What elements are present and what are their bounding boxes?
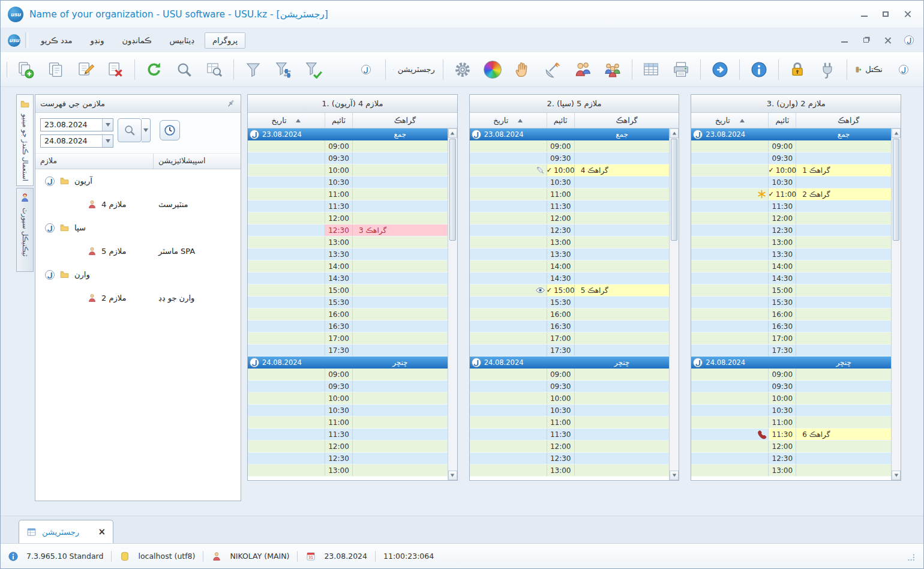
time-slot-row[interactable]: 17:00 [470, 333, 670, 345]
scroll-track[interactable] [892, 138, 901, 471]
employee-row[interactable]: ملازم 5ماسٽر SPA [35, 239, 241, 263]
time-slot-row[interactable]: 15:00 [691, 284, 891, 297]
time-slot-row[interactable]: 11:30 [248, 429, 448, 441]
column-employee[interactable]: ملازم [35, 154, 154, 169]
time-slot-row[interactable]: 16:00 [691, 309, 891, 321]
left-tab-1[interactable]: استعمال ڪندڙ جو مينيو [16, 94, 34, 186]
time-slot-row[interactable]: 17:00 [691, 333, 891, 345]
time-slot-row[interactable]: 09:00 [248, 369, 448, 381]
vertical-scrollbar[interactable] [448, 128, 457, 480]
time-slot-row[interactable]: 13:00 [470, 236, 670, 248]
close-tab-icon[interactable]: × [98, 528, 106, 537]
time-slot-row[interactable]: 16:30 [470, 321, 670, 333]
time-slot-row[interactable]: 09:30 [248, 381, 448, 393]
search-button[interactable] [170, 56, 198, 83]
time-slot-row[interactable]: 12:30 [470, 224, 670, 236]
date-header-row[interactable]: ل23.08.2024جمع [691, 128, 891, 140]
time-slot-row[interactable]: 16:00 [470, 309, 670, 321]
time-slot-row[interactable]: 09:30 [691, 381, 891, 393]
scroll-down-button[interactable] [448, 471, 457, 480]
time-slot-row[interactable]: 12:30 [248, 453, 448, 465]
time-slot-row[interactable]: 10:30 [691, 405, 891, 417]
cancel-circle-button[interactable]: ل [890, 56, 917, 83]
column-date[interactable]: تاريخ [248, 113, 325, 128]
time-slot-row[interactable]: 17:30 [691, 345, 891, 357]
column-date[interactable]: تاريخ [691, 113, 769, 128]
colors-button[interactable] [479, 56, 506, 83]
time-slot-row[interactable]: 11:30 [691, 200, 891, 212]
search-options-dropdown[interactable] [142, 118, 151, 142]
time-slot-row[interactable]: 12:00 [470, 212, 670, 224]
vertical-scrollbar[interactable] [669, 128, 679, 480]
menu-item-4[interactable]: ڊيٽابيس [162, 32, 202, 49]
time-slot-row[interactable]: 14:00 [470, 260, 670, 272]
minimize-button[interactable] [855, 7, 873, 22]
time-slot-row[interactable]: 10:00 [248, 164, 448, 176]
scroll-track[interactable] [448, 138, 457, 471]
time-slot-row[interactable]: 17:00 [248, 333, 448, 345]
time-slot-row[interactable]: 12:30 [691, 453, 891, 465]
time-slot-row[interactable]: 13:00 [691, 236, 891, 248]
scroll-down-button[interactable] [670, 471, 679, 480]
time-slot-row[interactable]: 16:30 [248, 321, 448, 333]
time-slot-row[interactable]: 14:30 [248, 272, 448, 284]
groups-button[interactable] [599, 56, 626, 83]
date-header-row[interactable]: ل23.08.2024جمع [248, 128, 448, 140]
time-slot-row[interactable]: 13:00 [248, 465, 448, 477]
employee-row[interactable]: ملازم 2وارن جو ڊڊ [35, 286, 241, 310]
scroll-thumb[interactable] [449, 139, 456, 241]
time-slot-row[interactable]: 10:30 [248, 405, 448, 417]
scroll-up-button[interactable] [670, 128, 679, 138]
lock-button[interactable] [784, 56, 811, 83]
time-slot-row[interactable]: 11:00 [691, 417, 891, 429]
time-slot-row[interactable]: 09:00 [248, 140, 448, 152]
time-slot-row[interactable]: 15:00 [248, 284, 448, 297]
tab-registration[interactable]: رجسٽريشن × [19, 520, 113, 543]
hand-button[interactable] [509, 56, 536, 83]
plug-button[interactable] [814, 56, 841, 83]
appointment-row[interactable]: ✓11:00گراهڪ 2 [691, 188, 891, 200]
time-slot-row[interactable]: 12:30 [470, 453, 670, 465]
employee-row[interactable]: ملازم 4منٽيرسٽ [35, 193, 241, 216]
info-button[interactable] [745, 56, 773, 83]
time-slot-row[interactable]: 09:00 [470, 369, 670, 381]
time-slot-row[interactable]: 10:00 [470, 393, 670, 405]
time-slot-row[interactable]: 10:30 [470, 405, 670, 417]
settings-button[interactable] [449, 56, 476, 83]
time-slot-row[interactable]: 11:30 [248, 200, 448, 212]
reports-button[interactable] [539, 56, 566, 83]
time-slot-row[interactable]: 13:30 [248, 248, 448, 260]
column-time[interactable]: ٽائيم [769, 113, 796, 128]
time-slot-row[interactable]: 12:30 [691, 224, 891, 236]
time-slot-row[interactable]: 09:30 [248, 152, 448, 164]
time-slot-row[interactable]: 10:30 [470, 176, 670, 188]
menu-item-1[interactable]: مدد ڪريو [33, 32, 80, 49]
time-slot-row[interactable]: 15:30 [248, 297, 448, 309]
column-client[interactable]: گراهڪ [353, 113, 457, 128]
delete-record-button[interactable] [101, 56, 129, 83]
column-time[interactable]: ٽائيم [547, 113, 575, 128]
resize-grip[interactable] [904, 550, 916, 562]
time-slot-row[interactable]: 09:00 [691, 140, 891, 152]
time-slot-row[interactable]: 12:00 [691, 212, 891, 224]
appointment-row[interactable]: 11:30گراهڪ 6 [691, 429, 891, 441]
date-header-row[interactable]: ل24.08.2024ڇنڇر [248, 357, 448, 369]
menu-item-2[interactable]: ونڊو [83, 32, 112, 49]
time-slot-row[interactable]: 17:30 [470, 345, 670, 357]
scroll-down-button[interactable] [892, 471, 901, 480]
time-slot-row[interactable]: 10:00 [248, 393, 448, 405]
time-slot-row[interactable]: 16:00 [248, 309, 448, 321]
maximize-button[interactable] [877, 7, 895, 22]
date-from-input[interactable]: 23.08.2024 [40, 118, 113, 131]
time-slot-row[interactable]: 15:30 [470, 297, 670, 309]
time-slot-row[interactable]: 10:30 [248, 176, 448, 188]
appointment-row[interactable]: ✓10:00گراهڪ 4 [470, 164, 670, 176]
pin-icon[interactable] [226, 98, 236, 109]
close-button[interactable] [898, 7, 916, 22]
time-slot-row[interactable]: 13:30 [691, 248, 891, 260]
go-button[interactable] [706, 56, 734, 83]
copy-record-button[interactable] [41, 56, 69, 83]
date-header-row[interactable]: ل23.08.2024جمع [470, 128, 670, 140]
date-from-dropdown[interactable] [102, 119, 113, 131]
time-slot-row[interactable]: 17:30 [248, 345, 448, 357]
